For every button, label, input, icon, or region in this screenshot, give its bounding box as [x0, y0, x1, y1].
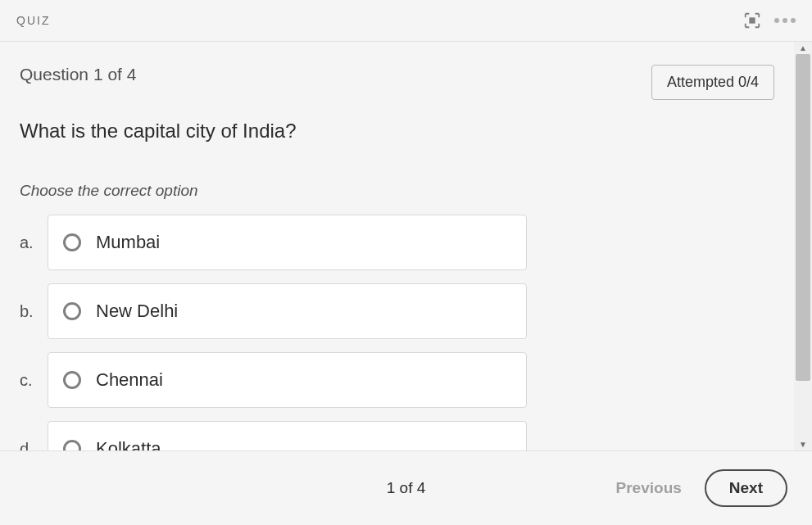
option-letter: d. — [20, 440, 36, 451]
quiz-header: QUIZ — [0, 0, 812, 42]
header-icons — [743, 11, 796, 29]
option-row-c: c. Chennai — [20, 352, 774, 408]
scroll-thumb[interactable] — [796, 54, 810, 381]
quiz-content: Question 1 of 4 Attempted 0/4 What is th… — [0, 42, 794, 450]
instruction-text: Choose the correct option — [20, 182, 774, 200]
radio-icon — [63, 371, 81, 389]
footer-buttons: Previous Next — [616, 469, 787, 507]
options-list: a. Mumbai b. New Delhi c. Chennai — [20, 215, 774, 450]
page-indicator: 1 of 4 — [387, 479, 426, 497]
fullscreen-icon[interactable] — [743, 11, 761, 29]
more-icon[interactable] — [774, 18, 796, 23]
option-a[interactable]: Mumbai — [48, 215, 527, 270]
option-d[interactable]: Kolkatta — [48, 421, 527, 450]
scrollbar[interactable]: ▲ ▼ — [794, 42, 812, 450]
option-row-b: b. New Delhi — [20, 283, 774, 339]
radio-icon — [63, 440, 81, 450]
scroll-track[interactable] — [794, 54, 812, 438]
quiz-title: QUIZ — [16, 14, 50, 27]
option-letter: c. — [20, 371, 36, 390]
question-header-row: Question 1 of 4 Attempted 0/4 — [20, 65, 774, 100]
content-wrapper: Question 1 of 4 Attempted 0/4 What is th… — [0, 42, 812, 450]
option-row-d: d. Kolkatta — [20, 421, 774, 450]
option-text: Kolkatta — [96, 438, 161, 450]
option-row-a: a. Mumbai — [20, 215, 774, 270]
option-c[interactable]: Chennai — [48, 352, 527, 408]
scroll-up-icon[interactable]: ▲ — [799, 42, 807, 54]
radio-icon — [63, 302, 81, 320]
previous-button[interactable]: Previous — [616, 479, 682, 497]
next-button[interactable]: Next — [705, 469, 787, 507]
option-text: New Delhi — [96, 301, 178, 322]
quiz-footer: 1 of 4 Previous Next — [0, 450, 812, 525]
attempted-badge: Attempted 0/4 — [651, 65, 774, 100]
option-text: Mumbai — [96, 232, 160, 253]
radio-icon — [63, 233, 81, 251]
option-letter: a. — [20, 233, 36, 252]
question-counter: Question 1 of 4 — [20, 65, 136, 84]
svg-rect-0 — [749, 17, 755, 23]
option-letter: b. — [20, 302, 36, 321]
question-text: What is the capital city of India? — [20, 120, 774, 143]
scroll-down-icon[interactable]: ▼ — [799, 438, 807, 450]
option-b[interactable]: New Delhi — [48, 283, 527, 339]
option-text: Chennai — [96, 369, 163, 391]
